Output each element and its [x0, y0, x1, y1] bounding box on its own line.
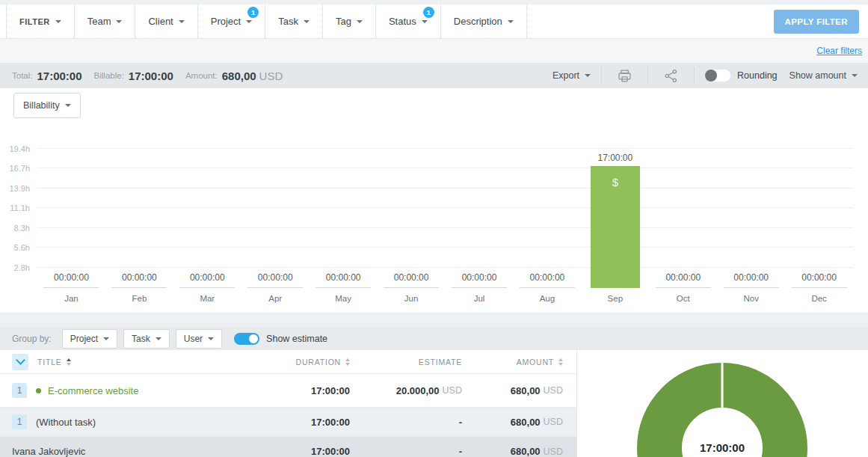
chart-column-mar[interactable]: 00:00:00	[173, 141, 241, 288]
chart-column-may[interactable]: 00:00:00	[310, 141, 378, 288]
toggle-knob	[249, 334, 258, 343]
group-by-dropdown-user[interactable]: User	[176, 329, 222, 349]
clear-filters-strip: Clear filters	[0, 39, 868, 63]
table-row[interactable]: 1E-commerce website17:00:0020.000,00USD6…	[0, 374, 576, 408]
sort-icon[interactable]	[67, 358, 71, 366]
filter-item-label: Description	[454, 16, 502, 27]
row-title[interactable]: E-commerce website	[48, 385, 138, 396]
bar-value-label: 00:00:00	[43, 272, 99, 288]
filter-item-task[interactable]: Task	[265, 4, 323, 38]
rounding-toggle[interactable]: Rounding	[705, 70, 789, 82]
bar-value-label: 00:00:00	[452, 272, 507, 288]
chart-column-jan[interactable]: 00:00:00	[37, 141, 105, 288]
chevron-down-icon	[246, 20, 252, 23]
y-tick-label: 16.7h	[0, 164, 30, 173]
divider	[694, 67, 695, 84]
filter-item-client[interactable]: Client	[135, 4, 197, 38]
x-axis-label-aug: Aug	[513, 294, 581, 303]
chart-panel: Billability 00:00:0000:00:0000:00:0000:0…	[0, 88, 868, 313]
clear-filters-link[interactable]: Clear filters	[816, 46, 862, 56]
chart-column-oct[interactable]: 00:00:00	[649, 141, 717, 288]
bar-value-label: 00:00:00	[384, 272, 439, 288]
x-axis-label-mar: Mar	[173, 294, 241, 303]
amount-value: 680,00	[511, 385, 541, 396]
group-by-dropdowns: ProjectTaskUser	[62, 329, 228, 349]
filter-item-status[interactable]: Status1	[376, 4, 441, 38]
y-tick-label: 8.3h	[0, 224, 30, 233]
bar-value-label: 00:00:00	[792, 272, 847, 288]
print-button[interactable]	[612, 68, 637, 84]
chevron-down-icon	[156, 337, 161, 340]
donut-panel: 17:00:00	[577, 350, 868, 457]
chevron-down-icon	[304, 20, 310, 23]
row-title[interactable]: (Without task)	[36, 417, 96, 428]
y-tick-label: 2.8h	[0, 263, 30, 272]
filter-item-team[interactable]: Team	[75, 4, 136, 38]
export-label: Export	[552, 70, 579, 81]
export-dropdown[interactable]: Export	[552, 70, 591, 81]
amount-value: 680,00	[222, 70, 256, 82]
row-estimate: -	[350, 446, 462, 457]
bar-segment[interactable]: $	[591, 166, 640, 288]
x-axis-label-jan: Jan	[37, 294, 105, 303]
column-header-estimate[interactable]: ESTIMATE	[419, 358, 462, 366]
billability-dropdown[interactable]: Billability	[13, 93, 81, 118]
row-duration: 17:00:00	[264, 446, 350, 457]
currency-label: USD	[544, 447, 563, 457]
table-row[interactable]: Ivana Jakovljevic17:00:00-680,00USD	[0, 437, 576, 457]
column-header-amount[interactable]: AMOUNT	[517, 358, 554, 366]
chevron-down-icon	[116, 20, 122, 23]
filter-item-filter[interactable]: FILTER	[6, 4, 75, 38]
table-row[interactable]: 1(Without task)17:00:00-680,00USD	[0, 408, 576, 437]
chart-column-jun[interactable]: 00:00:00	[378, 141, 446, 288]
row-title[interactable]: Ivana Jakovljevic	[12, 446, 85, 457]
column-header-duration[interactable]: DURATION	[296, 358, 341, 366]
report-page: FILTERTeamClientProject1TaskTagStatus1De…	[0, 0, 868, 457]
donut-chart[interactable]: 17:00:00	[577, 350, 868, 457]
row-estimate: -	[350, 417, 462, 428]
y-tick-label: 19.4h	[0, 144, 30, 153]
group-by-label: Group by:	[12, 334, 52, 344]
show-amount-dropdown[interactable]: Show amount	[789, 70, 858, 81]
share-button[interactable]	[659, 68, 683, 84]
amount-currency: USD	[259, 70, 283, 82]
row-duration: 17:00:00	[264, 417, 350, 428]
amount-label: Amount:	[185, 71, 218, 80]
filter-item-project[interactable]: Project1	[198, 4, 265, 38]
summary-bar: Total: 17:00:00 Billable: 17:00:00 Amoun…	[0, 63, 868, 88]
chart-column-feb[interactable]: 00:00:00	[105, 141, 173, 288]
bar-value-label: 00:00:00	[724, 272, 779, 288]
chart-column-aug[interactable]: 00:00:00	[513, 141, 581, 288]
x-axis-label-feb: Feb	[105, 294, 173, 303]
group-by-dropdown-task[interactable]: Task	[123, 329, 170, 349]
sort-icon[interactable]	[558, 358, 563, 366]
chart-column-nov[interactable]: 00:00:00	[717, 141, 785, 288]
filter-item-description[interactable]: Description	[441, 4, 527, 38]
filter-item-label: Project	[211, 16, 241, 27]
show-estimate-toggle[interactable]	[234, 333, 259, 345]
estimate-value: 20.000,00	[396, 385, 440, 396]
row-estimate: 20.000,00USD	[350, 385, 462, 396]
rounding-toggle-track	[705, 70, 730, 82]
results-section: TITLE DURATION ESTIMATE AMOUNT 1E-commer…	[0, 350, 868, 457]
chart-column-apr[interactable]: 00:00:00	[241, 141, 310, 288]
total-label: Total:	[12, 71, 33, 80]
dropdown-label: User	[184, 334, 203, 344]
collapse-all-chevron-icon[interactable]	[12, 354, 28, 370]
y-tick-label: 5.6h	[0, 243, 30, 252]
chart-column-dec[interactable]: 00:00:00	[785, 141, 853, 288]
x-axis-label-may: May	[310, 294, 378, 303]
results-table: TITLE DURATION ESTIMATE AMOUNT 1E-commer…	[0, 350, 577, 457]
group-by-dropdown-project[interactable]: Project	[62, 329, 117, 349]
apply-filter-button[interactable]: APPLY FILTER	[774, 10, 859, 34]
chart-column-jul[interactable]: 00:00:00	[446, 141, 514, 288]
column-header-duration-cell: DURATION	[264, 358, 350, 366]
column-header-title[interactable]: TITLE	[37, 358, 62, 366]
filter-item-tag[interactable]: Tag	[323, 4, 376, 38]
chart-column-sep[interactable]: 17:00:00$	[581, 141, 649, 288]
amount-value: 680,00	[511, 417, 541, 428]
show-estimate-toggle-wrap[interactable]: Show estimate	[234, 333, 339, 345]
filter-items: FILTERTeamClientProject1TaskTagStatus1De…	[6, 4, 527, 38]
bar-value-label: 00:00:00	[179, 272, 235, 288]
chevron-down-icon	[357, 20, 363, 23]
